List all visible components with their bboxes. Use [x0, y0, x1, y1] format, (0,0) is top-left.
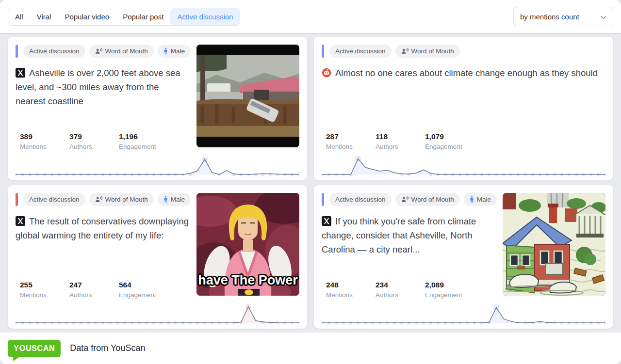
cards-grid: Active discussion Word of Mouth Male Ash…	[0, 33, 621, 332]
metric-value: 389	[20, 132, 69, 141]
x-twitter-icon	[322, 216, 331, 225]
metric-engagement: 2,089 Engagement	[425, 281, 474, 299]
metric-value: 2,089	[425, 281, 474, 289]
metric-mentions: 389 Mentions	[20, 132, 69, 150]
sort-dropdown-value: by mentions count	[520, 13, 579, 21]
x-twitter-icon	[16, 67, 25, 77]
card-badges: Active discussion Word of Mouth	[322, 45, 605, 58]
accent-bar	[16, 45, 18, 58]
tab-popular-post[interactable]: Popular post	[116, 8, 170, 25]
post-thumbnail: have The Power	[196, 193, 299, 296]
post-text: Asheville is over 2,000 feet above sea l…	[16, 66, 189, 108]
male-badge: Male	[464, 193, 497, 206]
metric-label: Engagement	[425, 143, 474, 150]
metric-label: Authors	[69, 143, 119, 150]
sort-dropdown[interactable]: by mentions count	[513, 7, 613, 26]
tab-popular-video[interactable]: Popular video	[58, 8, 116, 25]
metric-label: Engagement	[119, 143, 168, 150]
metric-value: 287	[326, 132, 376, 141]
word-of-mouth-icon	[95, 196, 102, 203]
metric-value: 234	[376, 281, 425, 289]
reddit-icon	[322, 67, 331, 77]
word-of-mouth-badge: Word of Mouth	[89, 193, 154, 206]
metric-value: 379	[69, 132, 119, 141]
male-badge: Male	[158, 45, 191, 58]
metric-label: Mentions	[326, 143, 376, 150]
mentions-sparkline	[322, 301, 605, 327]
metric-value: 1,079	[425, 132, 474, 141]
status-badge: Active discussion	[329, 45, 392, 58]
male-icon	[163, 196, 168, 203]
post-text: The result of conservatives downplaying …	[16, 214, 189, 242]
metric-authors: 379 Authors	[69, 132, 119, 150]
metric-engagement: 564 Engagement	[119, 281, 168, 299]
metric-value: 564	[119, 281, 168, 289]
youscan-logo: YOUSCAN	[8, 340, 61, 357]
metric-value: 118	[376, 132, 425, 141]
male-icon	[163, 47, 168, 55]
word-of-mouth-icon	[401, 196, 409, 203]
chevron-down-icon	[601, 13, 606, 21]
meme-caption: have The Power	[196, 273, 299, 288]
post-thumbnail	[503, 193, 605, 296]
metric-label: Engagement	[119, 291, 168, 299]
post-text: If you think you're safe from climate ch…	[322, 214, 495, 256]
metric-label: Mentions	[20, 291, 69, 299]
metric-label: Mentions	[20, 143, 69, 150]
status-badge: Active discussion	[329, 193, 392, 206]
attribution-footer: YOUSCAN Data from YouScan	[0, 332, 621, 364]
metric-authors: 247 Authors	[69, 281, 119, 299]
word-of-mouth-icon	[95, 48, 102, 55]
metric-label: Authors	[69, 291, 119, 299]
male-icon	[470, 196, 474, 203]
tab-active-discussion[interactable]: Active discussion	[170, 8, 240, 25]
word-of-mouth-badge: Word of Mouth	[395, 45, 460, 58]
post-card-asheville-elevation[interactable]: Active discussion Word of Mouth Male Ash…	[8, 37, 307, 180]
accent-bar	[16, 193, 18, 206]
post-card-safe-from-climate-change[interactable]: Active discussion Word of Mouth Male If …	[314, 185, 613, 329]
attribution-text: Data from YouScan	[70, 343, 145, 353]
social-listening-widget: All Viral Popular video Popular post Act…	[0, 0, 621, 364]
flood-illustration-image	[503, 193, 605, 296]
filter-tabs: All Viral Popular video Popular post Act…	[8, 8, 240, 26]
metric-label: Mentions	[326, 291, 376, 299]
post-card-no-one-cares[interactable]: Active discussion Word of Mouth Almost n…	[314, 37, 613, 180]
post-text: Almost no one cares about climate change…	[322, 66, 605, 80]
flood-damage-photo	[196, 45, 299, 147]
accent-bar	[322, 193, 324, 206]
word-of-mouth-badge: Word of Mouth	[89, 45, 154, 58]
metric-value: 248	[326, 281, 376, 289]
x-twitter-icon	[16, 216, 25, 225]
metric-value: 255	[20, 281, 69, 289]
metric-label: Engagement	[425, 291, 474, 299]
metric-label: Authors	[376, 291, 425, 299]
status-badge: Active discussion	[23, 45, 85, 58]
metric-authors: 118 Authors	[376, 132, 425, 150]
metric-mentions: 255 Mentions	[20, 281, 69, 299]
mentions-sparkline	[16, 301, 299, 327]
mentions-sparkline	[322, 153, 605, 178]
status-badge: Active discussion	[23, 193, 85, 206]
metric-engagement: 1,196 Engagement	[119, 132, 168, 150]
post-card-conservatives-downplaying[interactable]: Active discussion Word of Mouth Male The…	[8, 185, 307, 329]
word-of-mouth-badge: Word of Mouth	[395, 193, 460, 206]
metric-value: 247	[69, 281, 119, 289]
filter-bar: All Viral Popular video Popular post Act…	[0, 0, 621, 33]
accent-bar	[322, 45, 324, 58]
metric-authors: 234 Authors	[376, 281, 425, 299]
metric-mentions: 287 Mentions	[326, 132, 376, 150]
post-thumbnail	[196, 45, 299, 147]
tab-viral[interactable]: Viral	[30, 8, 58, 25]
tab-all[interactable]: All	[8, 8, 30, 25]
metric-label: Authors	[376, 143, 425, 150]
metric-engagement: 1,079 Engagement	[425, 132, 474, 150]
word-of-mouth-icon	[401, 48, 409, 55]
metric-value: 1,196	[119, 132, 168, 141]
metric-mentions: 248 Mentions	[326, 281, 376, 299]
male-badge: Male	[158, 193, 191, 206]
mentions-sparkline	[16, 153, 299, 178]
metrics-row: 287 Mentions 118 Authors 1,079 Engagemen…	[322, 132, 605, 150]
